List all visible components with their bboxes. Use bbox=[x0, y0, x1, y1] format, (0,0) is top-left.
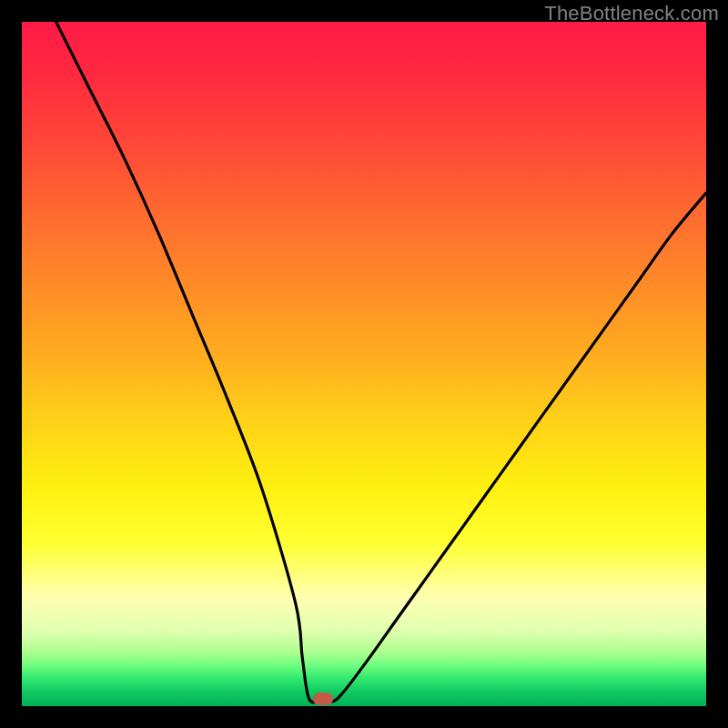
chart-frame: TheBottleneck.com bbox=[0, 0, 728, 728]
plot-area bbox=[22, 22, 706, 706]
watermark-text: TheBottleneck.com bbox=[544, 2, 719, 25]
optimum-marker bbox=[313, 693, 333, 705]
bottleneck-curve bbox=[22, 22, 706, 706]
